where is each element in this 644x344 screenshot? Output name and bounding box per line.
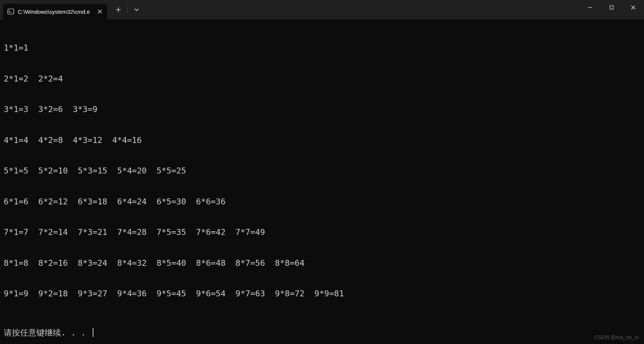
terminal-window: C:\Windows\system32\cmd.e — [0, 0, 644, 344]
plus-icon — [116, 7, 121, 12]
titlebar[interactable]: C:\Windows\system32\cmd.e — [0, 0, 644, 19]
minimize-button[interactable] — [579, 0, 601, 15]
cmd-icon — [7, 8, 14, 15]
close-icon — [631, 5, 635, 10]
output-line: 9*1=9 9*2=18 9*3=27 9*4=36 9*5=45 9*6=54… — [4, 289, 640, 299]
output-line: 6*1=6 6*2=12 6*3=18 6*4=24 6*5=30 6*6=36 — [4, 197, 640, 207]
tab-cmd[interactable]: C:\Windows\system32\cmd.e — [3, 4, 107, 19]
output-line: 3*1=3 3*2=6 3*3=9 — [4, 104, 640, 115]
terminal-output[interactable]: 1*1=1 2*1=2 2*2=4 3*1=3 3*2=6 3*3=9 4*1=… — [0, 19, 644, 344]
watermark: CSDN @ma_no_lo — [594, 334, 639, 340]
output-line: 2*1=2 2*2=4 — [4, 74, 640, 84]
new-tab-button[interactable] — [111, 4, 126, 16]
tab-title: C:\Windows\system32\cmd.e — [18, 9, 92, 15]
prompt-line: 请按任意键继续. . . — [4, 328, 640, 338]
window-close-button[interactable] — [622, 0, 644, 15]
output-line: 8*1=8 8*2=16 8*3=24 8*4=32 8*5=40 8*6=48… — [4, 258, 640, 268]
tab-actions — [107, 0, 144, 19]
tab-divider — [127, 5, 128, 14]
chevron-down-icon — [134, 8, 139, 11]
maximize-button[interactable] — [601, 0, 622, 15]
prompt-text: 请按任意键继续. . . — [4, 328, 90, 338]
tab-dropdown-button[interactable] — [129, 4, 144, 16]
svg-rect-7 — [610, 6, 613, 9]
tab-close-button[interactable] — [96, 8, 103, 15]
svg-rect-0 — [8, 9, 14, 14]
close-icon — [98, 9, 102, 14]
minimize-icon — [588, 5, 592, 10]
window-controls — [579, 0, 644, 15]
tabs-area: C:\Windows\system32\cmd.e — [0, 0, 107, 19]
output-line: 5*1=5 5*2=10 5*3=15 5*4=20 5*5=25 — [4, 166, 640, 176]
output-line: 7*1=7 7*2=14 7*3=21 7*4=28 7*5=35 7*6=42… — [4, 227, 640, 238]
output-line: 4*1=4 4*2=8 4*3=12 4*4=16 — [4, 135, 640, 146]
output-line: 1*1=1 — [4, 43, 640, 53]
maximize-icon — [609, 5, 614, 10]
cursor — [93, 328, 93, 337]
